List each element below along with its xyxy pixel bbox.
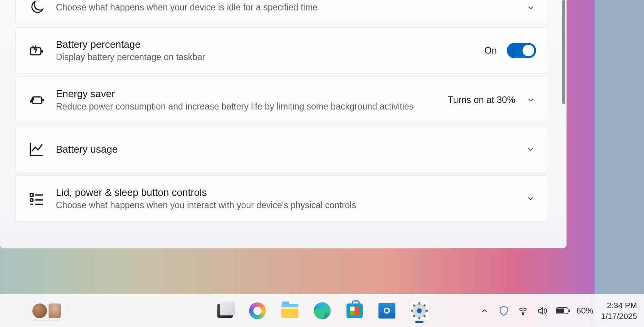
battery-percentage-title: Battery percentage [56,39,474,51]
copilot-icon [249,302,266,319]
edge-button[interactable] [312,301,332,321]
lid-controls-right [525,193,536,204]
desktop-right-band [595,0,644,327]
svg-rect-4 [30,194,33,196]
widgets-button[interactable] [25,301,68,321]
outlook-button[interactable]: O [377,301,397,321]
lid-controls-card[interactable]: Lid, power & sleep button controls Choos… [15,175,548,222]
battery-usage-right [525,144,536,155]
edge-icon [314,302,331,319]
battery-percentage-card[interactable]: Battery percentage Display battery perce… [15,27,548,74]
toggle-knob [523,45,534,56]
battery-charging-icon [27,41,46,60]
list-controls-icon [27,189,46,208]
taskview-icon [217,304,233,318]
battery-usage-title: Battery usage [56,143,515,155]
settings-list: Choose what happens when your device is … [15,0,548,222]
taskview-button[interactable] [215,301,235,321]
gear-icon [410,302,429,320]
screen-timeout-text: Choose what happens when your device is … [56,2,515,13]
svg-line-18 [413,315,415,317]
battery-percentage-right: On [484,43,536,58]
security-icon[interactable] [498,305,509,317]
chevron-down-icon[interactable] [525,144,536,155]
taskbar-widgets-area [25,294,68,327]
battery-percentage-toggle-label: On [484,45,497,56]
file-explorer-button[interactable] [280,301,300,321]
energy-saver-title: Energy saver [56,88,438,100]
svg-point-6 [30,199,33,201]
folder-icon [281,304,298,318]
energy-saver-text: Energy saver Reduce power consumption an… [56,88,438,112]
ms-store-button[interactable] [345,301,365,321]
taskbar-date: 1/17/2025 [601,311,637,321]
settings-window: Choose what happens when your device is … [0,0,567,248]
svg-point-11 [417,308,422,313]
energy-saver-status: Turns on at 30% [448,94,515,105]
tray-overflow-button[interactable] [479,305,490,317]
lid-controls-subtitle: Choose what happens when you interact wi… [56,200,515,211]
leaf-battery-icon [27,91,46,109]
chart-line-icon [27,140,46,158]
battery-percentage-subtitle: Display battery percentage on taskbar [56,52,474,62]
taskbar-system-tray: 60% 2:34 PM 1/17/2025 [479,300,644,321]
settings-button[interactable] [409,301,429,321]
widget-avatar-icon [32,303,47,318]
scrollbar-thumb[interactable] [562,0,565,104]
battery-usage-text: Battery usage [56,143,515,155]
store-icon [346,303,363,318]
svg-marker-21 [538,307,543,314]
moon-icon [27,0,46,17]
taskbar-time: 2:34 PM [607,300,637,310]
outlook-icon: O [378,303,395,319]
battery-percentage-toggle[interactable] [507,43,536,58]
wifi-icon[interactable] [517,305,529,317]
energy-saver-right: Turns on at 30% [448,94,536,105]
volume-icon[interactable] [536,305,548,317]
taskbar-center-apps: O [215,294,429,327]
svg-rect-23 [557,308,564,313]
lid-controls-text: Lid, power & sleep button controls Choos… [56,187,515,211]
battery-percentage-text: Battery percentage Display battery perce… [56,39,474,62]
svg-line-19 [424,305,425,306]
chevron-down-icon[interactable] [525,193,536,204]
energy-saver-subtitle: Reduce power consumption and increase ba… [56,101,438,112]
battery-icon[interactable] [556,305,571,317]
screen-timeout-subtitle: Choose what happens when your device is … [56,2,515,13]
battery-percentage-text[interactable]: 60% [577,306,594,316]
svg-point-20 [522,313,523,314]
battery-usage-card[interactable]: Battery usage [15,126,548,172]
screen-timeout-right [525,2,536,13]
chevron-down-icon[interactable] [525,94,536,105]
taskbar-clock[interactable]: 2:34 PM 1/17/2025 [601,300,637,321]
chevron-down-icon[interactable] [525,2,536,13]
screen-timeout-card[interactable]: Choose what happens when your device is … [15,0,548,24]
taskbar: O [0,294,644,327]
svg-line-16 [413,305,415,306]
widget-avatar-icon [49,303,61,318]
copilot-button[interactable] [247,301,267,321]
svg-line-17 [424,315,425,317]
lid-controls-title: Lid, power & sleep button controls [56,187,515,199]
energy-saver-card[interactable]: Energy saver Reduce power consumption an… [15,77,548,123]
